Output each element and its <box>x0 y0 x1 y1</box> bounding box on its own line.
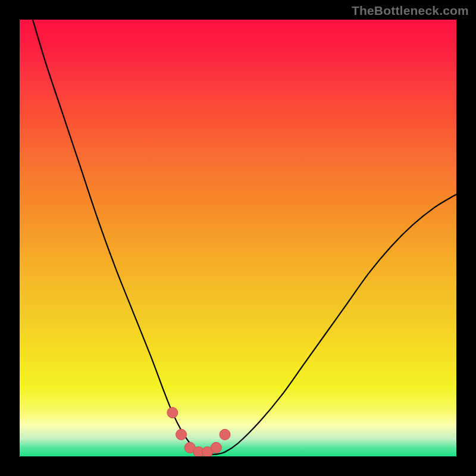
outer-frame: TheBottleneck.com <box>0 0 476 476</box>
curve-marker <box>211 442 221 453</box>
watermark-text: TheBottleneck.com <box>352 4 469 18</box>
curve-marker <box>167 408 178 418</box>
plot-area <box>20 20 456 456</box>
bottleneck-curve <box>33 20 456 455</box>
curve-marker <box>176 429 187 440</box>
chart-overlay <box>20 20 456 456</box>
marker-group <box>167 408 230 456</box>
curve-marker <box>220 429 230 440</box>
